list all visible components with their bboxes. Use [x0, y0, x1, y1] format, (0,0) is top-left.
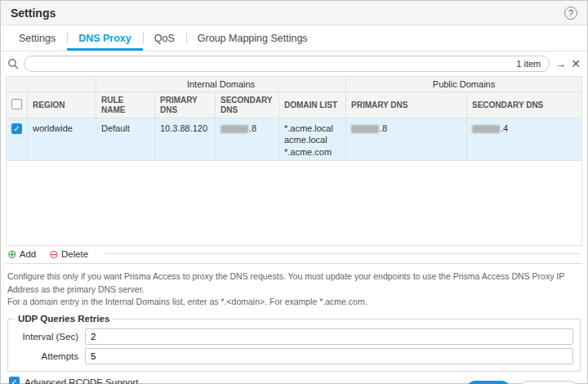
- col-header-public-primary-dns: PRIMARY DNS: [346, 92, 467, 118]
- select-all-checkbox[interactable]: [11, 99, 22, 109]
- udp-queries-retries-group: UDP Queries Retries Interval (Sec) Attem…: [7, 314, 581, 372]
- col-header-region: REGION: [28, 92, 96, 118]
- cell-region: worldwide: [28, 118, 96, 161]
- cell-public-primary-dns: .8: [346, 118, 467, 161]
- interval-input[interactable]: [85, 328, 573, 345]
- filter-bar: 1 item → ✕: [1, 53, 587, 74]
- udp-group-title: UDP Queries Retries: [15, 314, 113, 324]
- col-header-internal-primary-dns: PRIMARY DNS: [155, 92, 216, 118]
- add-label: Add: [20, 249, 36, 259]
- col-header-rule-name: RULE NAME: [96, 92, 155, 118]
- delete-button[interactable]: ⊖ Delete: [49, 248, 88, 260]
- row-checkbox-cell: ✓: [7, 118, 28, 161]
- search-input[interactable]: [33, 58, 516, 69]
- attempts-field-row: Attempts: [15, 348, 573, 364]
- tab-settings[interactable]: Settings: [7, 25, 67, 51]
- cell-rule-name: Default: [96, 118, 155, 161]
- select-all-checkbox-cell: [7, 92, 28, 118]
- row-checkbox[interactable]: ✓: [11, 123, 22, 134]
- search-icon: [7, 58, 19, 69]
- col-header-internal-secondary-dns: SECONDARY DNS: [216, 92, 279, 118]
- redacted-suffix: .4: [501, 123, 508, 133]
- help-icon[interactable]: ?: [564, 7, 577, 20]
- add-icon: ⊕: [7, 248, 17, 260]
- cell-domain-list: *.acme.local acme.local *.acme.com: [279, 118, 346, 161]
- redacted-suffix: .8: [380, 123, 387, 133]
- clear-filter-icon[interactable]: ✕: [571, 58, 581, 69]
- item-count: 1 item: [516, 59, 541, 69]
- filter-pill: 1 item: [24, 56, 550, 72]
- bottom-row: ✓ Advanced RCODE Support Enable handling…: [1, 372, 587, 384]
- attempts-input[interactable]: [85, 348, 573, 364]
- help-note: Configure this only if you want Prisma A…: [1, 264, 587, 310]
- interval-label: Interval (Sec): [15, 332, 78, 342]
- delete-label: Delete: [61, 249, 88, 259]
- group-header-public-domains: Public Domains: [346, 77, 582, 92]
- interval-field-row: Interval (Sec): [15, 328, 573, 345]
- redacted-suffix: .8: [249, 123, 256, 133]
- help-note-line2: For a domain entry in the Internal Domai…: [7, 296, 581, 309]
- apply-filter-arrow-icon[interactable]: →: [555, 58, 566, 69]
- settings-dialog: Settings ? Settings DNS Proxy QoS Group …: [0, 0, 588, 384]
- delete-icon: ⊖: [49, 248, 59, 260]
- col-header-domain-list: DOMAIN LIST: [279, 92, 346, 118]
- page-title: Settings: [11, 7, 56, 20]
- cell-public-secondary-dns: .4: [467, 118, 582, 161]
- group-header-internal-domains: Internal Domains: [96, 77, 346, 92]
- advanced-rcode-label: Advanced RCODE Support: [24, 377, 138, 384]
- advanced-rcode-line: ✓ Advanced RCODE Support: [9, 377, 216, 384]
- footer-buttons: OK Cancel: [466, 381, 579, 384]
- help-note-line1: Configure this only if you want Prisma A…: [7, 270, 581, 297]
- table-group-header-row: Internal Domains Public Domains: [7, 77, 582, 92]
- advanced-rcode-block: ✓ Advanced RCODE Support Enable handling…: [9, 377, 216, 384]
- cell-internal-primary-dns: 10.3.88.120: [155, 118, 216, 161]
- attempts-label: Attempts: [15, 351, 78, 361]
- tab-dns-proxy[interactable]: DNS Proxy: [67, 25, 143, 51]
- advanced-rcode-checkbox[interactable]: ✓: [9, 377, 20, 384]
- cell-internal-secondary-dns: .8: [216, 118, 279, 161]
- col-header-public-secondary-dns: SECONDARY DNS: [467, 92, 582, 118]
- tab-bar: Settings DNS Proxy QoS Group Mapping Set…: [1, 25, 587, 51]
- redacted-value: [472, 125, 500, 133]
- add-button[interactable]: ⊕ Add: [7, 248, 36, 260]
- title-bar: Settings ?: [1, 1, 587, 25]
- cancel-button[interactable]: Cancel: [518, 381, 579, 384]
- dns-proxy-table: Internal Domains Public Domains REGION R…: [6, 76, 582, 246]
- tab-qos[interactable]: QoS: [143, 25, 186, 51]
- redacted-value: [220, 125, 248, 133]
- ok-button[interactable]: OK: [466, 381, 510, 384]
- table-actions: ⊕ Add ⊖ Delete: [6, 246, 582, 264]
- table-empty-area: [7, 160, 582, 245]
- group-header-blank: [7, 77, 96, 92]
- tab-group-mapping-settings[interactable]: Group Mapping Settings: [186, 25, 319, 51]
- table-row[interactable]: ✓ worldwide Default 10.3.88.120 .8 *.acm…: [7, 118, 582, 161]
- table-column-header-row: REGION RULE NAME PRIMARY DNS SECONDARY D…: [7, 92, 582, 118]
- redacted-value: [351, 125, 379, 133]
- separator-line: [106, 253, 581, 254]
